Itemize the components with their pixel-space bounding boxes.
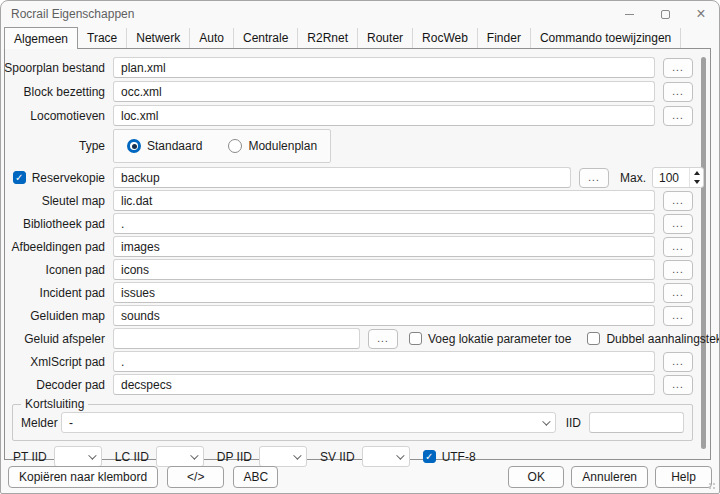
tab-trace[interactable]: Trace xyxy=(78,28,127,48)
chevron-down-icon xyxy=(293,451,301,459)
sleutel-input[interactable] xyxy=(113,190,655,211)
voeg-lokatie-checkbox-item[interactable]: Voeg lokatie parameter toe xyxy=(409,332,571,346)
reservekopie-checkbox[interactable] xyxy=(13,171,26,184)
field-row-type: Type Standaard Modulenplan xyxy=(5,129,693,163)
max-label: Max. xyxy=(620,171,646,185)
afbeeldingen-label: Afbeeldingen pad xyxy=(5,240,105,254)
tab-auto[interactable]: Auto xyxy=(190,28,234,48)
minimize-button[interactable] xyxy=(611,1,647,27)
tab-finder[interactable]: Finder xyxy=(478,28,531,48)
abc-button[interactable]: ABC xyxy=(233,466,278,488)
vertical-scrollbar[interactable] xyxy=(698,50,709,458)
field-row-afbeeldingen: Afbeeldingen pad ... xyxy=(5,236,693,257)
browse-afbeeldingen-button[interactable]: ... xyxy=(663,237,693,257)
field-row-geluiden: Geluiden map ... xyxy=(5,305,693,326)
resize-grip[interactable] xyxy=(709,483,717,491)
locomotieven-input[interactable] xyxy=(113,105,655,126)
browse-xmlscript-button[interactable]: ... xyxy=(663,352,693,372)
spinner-down-button[interactable] xyxy=(690,178,703,188)
chevron-down-icon xyxy=(190,451,198,459)
radio-modulenplan[interactable]: Modulenplan xyxy=(228,139,317,153)
tab-commando-toewijzingen[interactable]: Commando toewijzingen xyxy=(531,28,681,48)
xml-view-button[interactable]: </> xyxy=(167,466,224,488)
chevron-down-icon xyxy=(396,451,404,459)
browse-sleutel-button[interactable]: ... xyxy=(663,191,693,211)
tab-router[interactable]: Router xyxy=(358,28,413,48)
browse-afspeler-button[interactable]: ... xyxy=(368,329,398,349)
melder-label: Melder xyxy=(21,416,61,430)
kortsluiting-group: Kortsluiting Melder - IID xyxy=(12,397,693,441)
radio-modulenplan-icon[interactable] xyxy=(228,139,242,153)
bezetting-input[interactable] xyxy=(113,81,655,102)
kortsluiting-iid-input[interactable] xyxy=(589,412,684,433)
decoder-input[interactable] xyxy=(113,374,655,395)
afspeler-input[interactable] xyxy=(113,328,360,349)
max-spinner-value[interactable]: 100 xyxy=(653,168,689,187)
melder-select-value: - xyxy=(69,416,73,430)
iconen-label: Iconen pad xyxy=(5,263,105,277)
reservekopie-label-cell: Reservekopie xyxy=(5,171,105,185)
footer-bar: Kopiëren naar klembord </> ABC OK Annule… xyxy=(1,460,719,493)
close-button[interactable] xyxy=(683,1,719,27)
voeg-lokatie-label: Voeg lokatie parameter toe xyxy=(428,332,571,346)
geluiden-input[interactable] xyxy=(113,305,655,326)
reservekopie-label: Reservekopie xyxy=(32,171,105,185)
window-controls xyxy=(611,1,719,27)
browse-incident-button[interactable]: ... xyxy=(663,283,693,303)
tab-rocweb[interactable]: RocWeb xyxy=(413,28,478,48)
help-button[interactable]: Help xyxy=(655,466,712,488)
afbeeldingen-input[interactable] xyxy=(113,236,655,257)
voeg-lokatie-checkbox[interactable] xyxy=(409,332,422,345)
iconen-input[interactable] xyxy=(113,259,655,280)
radio-standaard-icon[interactable] xyxy=(127,139,141,153)
incident-input[interactable] xyxy=(113,282,655,303)
browse-geluiden-button[interactable]: ... xyxy=(663,306,693,326)
browse-reservekopie-button[interactable]: ... xyxy=(579,168,609,188)
kortsluiting-iid-label: IID xyxy=(566,416,581,430)
dubbel-aanhalingsteken-label: Dubbel aanhalingsteken xyxy=(606,332,720,346)
cancel-button[interactable]: Annuleren xyxy=(571,466,648,488)
sleutel-label: Sleutel map xyxy=(5,194,105,208)
incident-label: Incident pad xyxy=(5,286,105,300)
browse-bezetting-button[interactable]: ... xyxy=(663,82,693,102)
tab-centrale[interactable]: Centrale xyxy=(234,28,298,48)
max-spinner[interactable]: 100 xyxy=(652,167,704,188)
max-spinner-buttons xyxy=(689,168,703,187)
ok-button[interactable]: OK xyxy=(508,466,564,488)
bibliotheek-label: Bibliotheek pad xyxy=(5,217,105,231)
tab-r2rnet[interactable]: R2Rnet xyxy=(298,28,358,48)
kortsluiting-group-title: Kortsluiting xyxy=(21,397,88,411)
spinner-up-button[interactable] xyxy=(690,168,703,178)
spoorplan-label: Spoorplan bestand xyxy=(5,61,105,75)
browse-decoder-button[interactable]: ... xyxy=(663,375,693,395)
locomotieven-label: Locomotieven xyxy=(5,109,105,123)
xmlscript-input[interactable] xyxy=(113,351,655,372)
tab-algemeen[interactable]: Algemeen xyxy=(4,27,78,49)
melder-select[interactable]: - xyxy=(61,412,556,433)
browse-bibliotheek-button[interactable]: ... xyxy=(663,214,693,234)
close-icon xyxy=(696,6,705,22)
bibliotheek-input[interactable] xyxy=(113,213,655,234)
geluiden-label: Geluiden map xyxy=(5,309,105,323)
dubbel-aanhalingsteken-checkbox-item[interactable]: Dubbel aanhalingsteken xyxy=(587,332,720,346)
dubbel-aanhalingsteken-checkbox[interactable] xyxy=(587,332,600,345)
browse-spoorplan-button[interactable]: ... xyxy=(663,58,693,78)
maximize-button[interactable] xyxy=(647,1,683,27)
radio-standaard[interactable]: Standaard xyxy=(127,139,202,153)
field-row-bibliotheek: Bibliotheek pad ... xyxy=(5,213,693,234)
maximize-icon xyxy=(661,10,670,19)
copy-to-clipboard-button[interactable]: Kopiëren naar klembord xyxy=(8,466,158,488)
reservekopie-input[interactable] xyxy=(113,167,571,188)
decoder-label: Decoder pad xyxy=(5,378,105,392)
titlebar[interactable]: Rocrail Eigenschappen xyxy=(1,1,719,27)
browse-locomotieven-button[interactable]: ... xyxy=(663,106,693,126)
afspeler-label: Geluid afspeler xyxy=(5,332,105,346)
browse-iconen-button[interactable]: ... xyxy=(663,260,693,280)
field-row-bezetting: Block bezetting ... xyxy=(5,81,693,102)
spoorplan-input[interactable] xyxy=(113,57,655,78)
window-title: Rocrail Eigenschappen xyxy=(1,7,134,21)
scrollbar-thumb[interactable] xyxy=(701,57,706,449)
spinner-up-icon xyxy=(694,171,700,175)
rocrail-properties-dialog: Rocrail Eigenschappen Algemeen Trace Net… xyxy=(0,0,720,494)
tab-netwerk[interactable]: Netwerk xyxy=(127,28,190,48)
